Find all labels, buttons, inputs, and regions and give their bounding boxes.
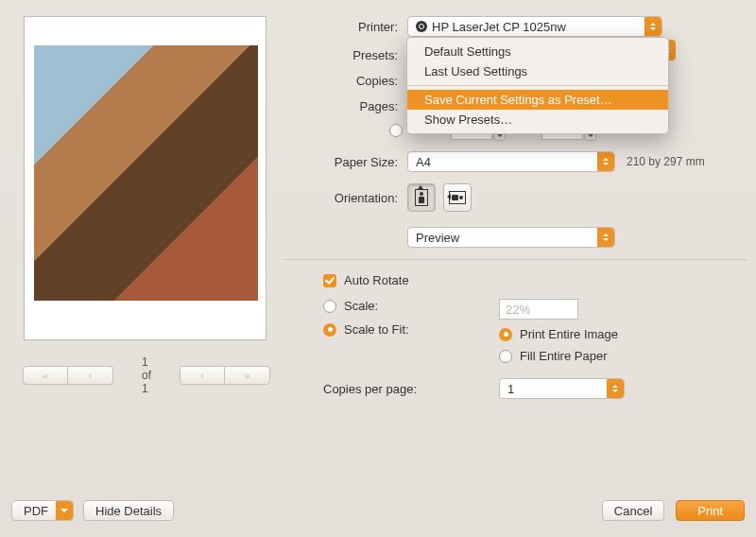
printer-dropdown[interactable]: HP LaserJet CP 1025nw [407,16,662,37]
orientation-landscape-button[interactable] [443,183,472,212]
auto-rotate-label: Auto Rotate [344,273,409,287]
checkmark-icon [323,274,336,287]
presets-menu: Default Settings Last Used Settings Save… [406,37,669,134]
section-dropdown[interactable]: Preview [407,227,615,248]
paper-dimensions: 210 by 297 mm [627,155,705,168]
fill-entire-label: Fill Entire Paper [520,349,607,363]
chevron-down-icon [56,501,73,520]
section-value: Preview [416,231,459,245]
print-preview [24,16,266,340]
prev-page-button[interactable]: ‹ [68,366,113,385]
dropdown-caret-icon [644,17,662,36]
print-button[interactable]: Print [676,500,745,521]
paper-size-value: A4 [416,155,431,169]
menu-separator [407,85,668,86]
bottom-bar: PDF Hide Details Cancel Print [0,484,756,537]
printer-label: Printer: [284,20,407,34]
copies-per-page-label: Copies per page: [323,382,484,396]
presets-label: Presets: [284,48,407,62]
paper-size-label: Paper Size: [284,155,407,169]
portrait-icon [415,189,428,206]
cancel-button[interactable]: Cancel [602,500,664,521]
print-entire-radio[interactable] [499,328,512,341]
copies-per-page-dropdown[interactable]: 1 [499,378,625,399]
print-entire-radio-row[interactable]: Print Entire Image [499,327,618,341]
preview-image [34,45,258,301]
page-indicator: 1 of 1 [123,355,170,395]
auto-rotate-checkbox[interactable]: Auto Rotate [323,273,409,287]
menu-item-show-presets[interactable]: Show Presets… [407,110,668,130]
last-page-button[interactable]: » [225,366,270,385]
print-entire-label: Print Entire Image [520,327,618,341]
scale-label: Scale: [344,299,378,313]
scale-radio-row[interactable]: Scale: [323,299,484,313]
printer-value: HP LaserJet CP 1025nw [432,20,566,34]
paper-size-dropdown[interactable]: A4 [407,151,615,172]
printer-status-icon [416,21,427,32]
pages-range-radio[interactable] [389,124,403,137]
orientation-label: Orientation: [284,191,407,205]
next-page-button[interactable]: › [180,366,225,385]
preview-panel: « ‹ 1 of 1 › » [24,16,269,395]
menu-item-last-used-settings[interactable]: Last Used Settings [407,61,668,81]
scale-radio[interactable] [323,300,336,313]
landscape-icon [449,191,466,204]
first-page-button[interactable]: « [23,366,68,385]
pdf-button[interactable]: PDF [11,500,74,521]
preview-pagination: « ‹ 1 of 1 › » [24,355,269,395]
divider [284,259,747,260]
pages-label: Pages: [284,99,407,113]
scale-to-fit-radio[interactable] [323,323,336,337]
hide-details-button[interactable]: Hide Details [83,500,174,521]
scale-input[interactable]: 22% [499,299,578,320]
dropdown-caret-icon [607,379,624,398]
menu-item-save-preset[interactable]: Save Current Settings as Preset… [407,90,668,110]
fill-entire-radio[interactable] [499,350,512,363]
dropdown-caret-icon [597,152,614,171]
copies-label: Copies: [284,74,407,88]
scale-to-fit-label: Scale to Fit: [344,322,409,337]
orientation-portrait-button[interactable] [407,183,436,212]
menu-item-default-settings[interactable]: Default Settings [407,42,668,61]
fill-entire-radio-row[interactable]: Fill Entire Paper [499,349,618,363]
scale-to-fit-radio-row[interactable]: Scale to Fit: [323,322,484,337]
copies-per-page-value: 1 [507,382,514,396]
dropdown-caret-icon [597,228,614,247]
